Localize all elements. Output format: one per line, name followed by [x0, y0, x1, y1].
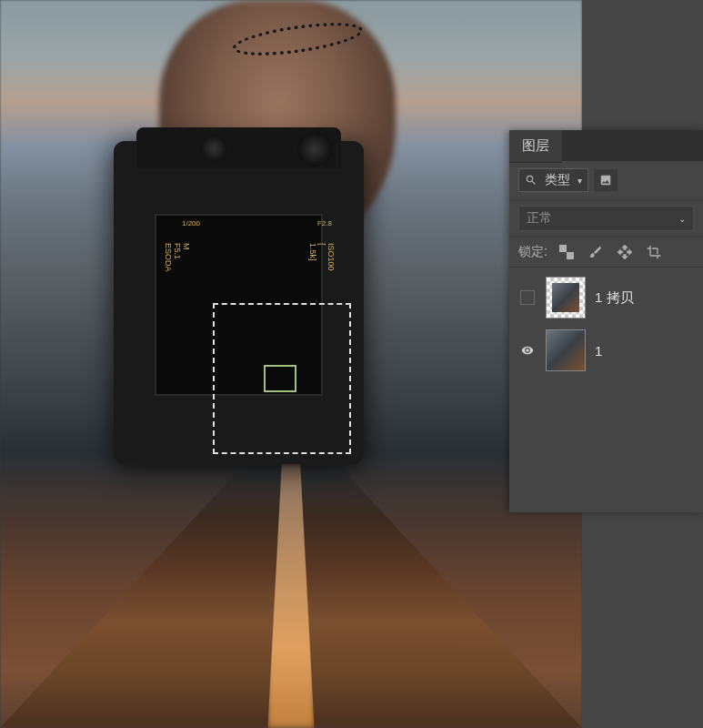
visibility-off-icon — [520, 290, 535, 305]
lock-artboard-button[interactable] — [644, 243, 664, 261]
move-icon — [617, 244, 633, 260]
svg-rect-0 — [559, 245, 567, 252]
lock-brush-button[interactable] — [586, 243, 606, 261]
focus-box — [264, 365, 296, 392]
layer-row-1[interactable]: 1 — [509, 324, 703, 377]
canvas-image: M F5.1 ESODA ISO100 [ 1.5k] 1/200 F2.8 — [0, 0, 582, 728]
camera-dial-right — [297, 132, 332, 167]
layer-row-0[interactable]: 1 拷贝 — [509, 271, 703, 324]
camera-dial-left — [200, 135, 227, 162]
layers-panel[interactable]: 图层 类型 ▾ 正常 ⌄ 锁定: — [509, 130, 703, 512]
svg-rect-1 — [567, 252, 574, 259]
layer-thumbnail-1[interactable] — [546, 329, 586, 371]
lock-transparent-button[interactable] — [557, 243, 577, 261]
search-icon — [525, 174, 537, 187]
chevron-down-icon: ⌄ — [678, 214, 686, 224]
hud-bottom: 1/200 F2.8 — [182, 219, 332, 232]
crop-icon — [647, 245, 661, 259]
layer-name-0[interactable]: 1 拷贝 — [595, 289, 634, 307]
checkerboard-icon — [559, 245, 574, 259]
layers-tab[interactable]: 图层 — [509, 130, 562, 163]
camera-top — [136, 127, 341, 168]
layer-name-1[interactable]: 1 — [595, 343, 602, 359]
layer-list: 1 拷贝 1 — [509, 268, 703, 380]
lock-row: 锁定: — [509, 238, 703, 268]
chevron-down-icon: ▾ — [577, 176, 582, 186]
camera-body: M F5.1 ESODA ISO100 [ 1.5k] 1/200 F2.8 — [114, 141, 364, 464]
lock-position-button[interactable] — [615, 243, 635, 261]
visibility-toggle-1[interactable] — [518, 341, 537, 359]
hud-shutter: 1/200 — [182, 219, 200, 232]
visibility-toggle-0[interactable] — [518, 288, 537, 307]
canvas-area[interactable]: M F5.1 ESODA ISO100 [ 1.5k] 1/200 F2.8 — [0, 0, 582, 728]
filter-type-label: 类型 — [545, 172, 570, 188]
blend-mode-dropdown[interactable]: 正常 ⌄ — [518, 206, 694, 231]
image-icon — [598, 174, 613, 187]
panel-tab-strip: 图层 — [509, 130, 703, 161]
camera-lcd: M F5.1 ESODA ISO100 [ 1.5k] 1/200 F2.8 — [155, 214, 323, 396]
filter-pixel-button[interactable] — [594, 169, 618, 191]
blend-mode-row: 正常 ⌄ — [509, 200, 703, 238]
layer-thumbnail-0[interactable] — [546, 277, 586, 318]
eye-icon — [519, 344, 536, 357]
layer-filter-row: 类型 ▾ — [509, 161, 703, 200]
brush-icon — [588, 245, 603, 259]
lock-label: 锁定: — [518, 244, 547, 260]
filter-type-dropdown[interactable]: 类型 ▾ — [518, 168, 588, 192]
blend-mode-label: 正常 — [527, 210, 552, 227]
hud-aperture: F2.8 — [317, 219, 332, 232]
